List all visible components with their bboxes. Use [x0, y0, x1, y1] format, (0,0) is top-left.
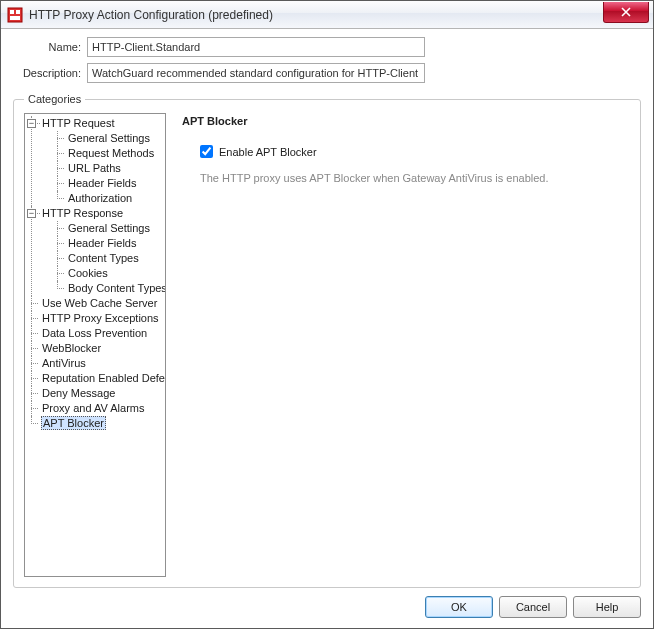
tree-node-proxy-alarms[interactable]: Proxy and AV Alarms: [27, 401, 165, 416]
tree-node-apt-blocker[interactable]: APT Blocker: [27, 416, 165, 431]
panel-info-text: The HTTP proxy uses APT Blocker when Gat…: [200, 172, 624, 184]
dialog-window: HTTP Proxy Action Configuration (predefi…: [0, 0, 654, 629]
tree-node-url-paths[interactable]: URL Paths: [53, 161, 165, 176]
svg-rect-2: [16, 10, 20, 14]
tree-node-content-types[interactable]: Content Types: [53, 251, 165, 266]
tree-node-http-response[interactable]: − HTTP Response General Settings Header …: [27, 206, 165, 296]
cancel-button[interactable]: Cancel: [499, 596, 567, 618]
svg-rect-3: [10, 16, 20, 20]
help-button[interactable]: Help: [573, 596, 641, 618]
svg-rect-1: [10, 10, 14, 14]
enable-apt-row: Enable APT Blocker: [200, 145, 624, 158]
tree-node-general-settings[interactable]: General Settings: [53, 131, 165, 146]
tree-node-proxy-exceptions[interactable]: HTTP Proxy Exceptions: [27, 311, 165, 326]
settings-panel: APT Blocker Enable APT Blocker The HTTP …: [176, 113, 630, 577]
description-row: Description:: [13, 63, 641, 83]
tree-node-general-settings-res[interactable]: General Settings: [53, 221, 165, 236]
category-tree: − HTTP Request General Settings Request …: [27, 116, 165, 431]
dialog-button-row: OK Cancel Help: [13, 596, 641, 618]
tree-node-deny-message[interactable]: Deny Message: [27, 386, 165, 401]
tree-node-web-cache[interactable]: Use Web Cache Server: [27, 296, 165, 311]
tree-node-body-content-types[interactable]: Body Content Types: [53, 281, 165, 296]
client-area: Name: Description: Categories − HTTP Req…: [1, 29, 653, 628]
tree-node-dlp[interactable]: Data Loss Prevention: [27, 326, 165, 341]
enable-apt-checkbox[interactable]: [200, 145, 213, 158]
name-label: Name:: [13, 41, 87, 53]
collapse-icon[interactable]: −: [27, 119, 36, 128]
categories-legend: Categories: [24, 93, 85, 105]
description-field[interactable]: [87, 63, 425, 83]
title-bar: HTTP Proxy Action Configuration (predefi…: [1, 1, 653, 29]
name-row: Name:: [13, 37, 641, 57]
tree-node-cookies[interactable]: Cookies: [53, 266, 165, 281]
ok-button[interactable]: OK: [425, 596, 493, 618]
collapse-icon[interactable]: −: [27, 209, 36, 218]
panel-heading: APT Blocker: [182, 115, 624, 127]
tree-node-header-fields-req[interactable]: Header Fields: [53, 176, 165, 191]
close-button[interactable]: [603, 2, 649, 23]
categories-wrap: Categories − HTTP Request General Settin…: [13, 93, 641, 588]
tree-node-header-fields-res[interactable]: Header Fields: [53, 236, 165, 251]
window-title: HTTP Proxy Action Configuration (predefi…: [29, 8, 603, 22]
enable-apt-label[interactable]: Enable APT Blocker: [219, 146, 317, 158]
name-field[interactable]: [87, 37, 425, 57]
tree-node-http-request[interactable]: − HTTP Request General Settings Request …: [27, 116, 165, 206]
categories-fieldset: Categories − HTTP Request General Settin…: [13, 93, 641, 588]
tree-node-authorization[interactable]: Authorization: [53, 191, 165, 206]
tree-node-reputation[interactable]: Reputation Enabled Defense: [27, 371, 165, 386]
category-tree-panel[interactable]: − HTTP Request General Settings Request …: [24, 113, 166, 577]
tree-node-webblocker[interactable]: WebBlocker: [27, 341, 165, 356]
app-icon: [7, 7, 23, 23]
tree-node-antivirus[interactable]: AntiVirus: [27, 356, 165, 371]
tree-node-request-methods[interactable]: Request Methods: [53, 146, 165, 161]
description-label: Description:: [13, 67, 87, 79]
